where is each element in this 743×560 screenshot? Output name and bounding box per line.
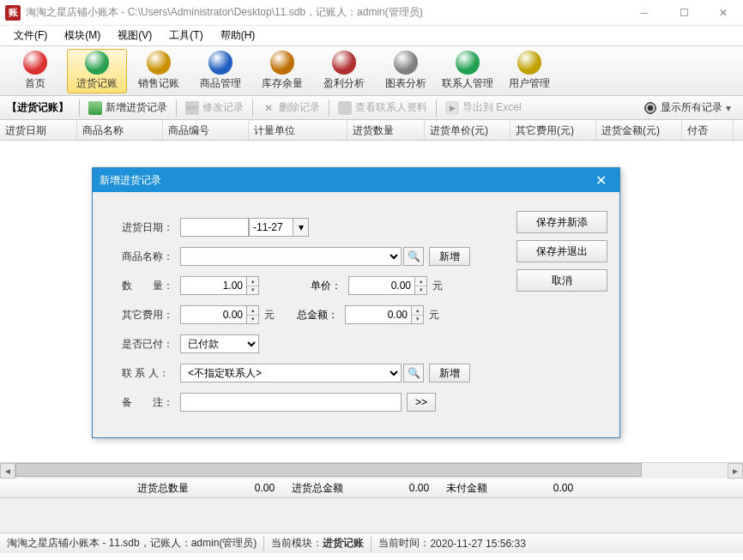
- home-icon: [23, 51, 47, 75]
- spin-down-icon[interactable]: ▾: [247, 286, 258, 295]
- other-fee-spinner[interactable]: ▴▾: [247, 305, 259, 324]
- notes-expand-button[interactable]: >>: [407, 393, 436, 412]
- toolbar-profit[interactable]: 盈利分析: [314, 49, 374, 93]
- grid-header: 进货日期商品名称商品编号计量单位进货数量进货单价(元)其它费用(元)进货金额(元…: [0, 120, 743, 141]
- price-unit: 元: [432, 279, 443, 293]
- menu-item-2[interactable]: 视图(V): [109, 27, 160, 45]
- product-search-button[interactable]: 🔍: [403, 247, 424, 266]
- column-header-4[interactable]: 进货数量: [347, 120, 425, 140]
- column-header-1[interactable]: 商品名称: [77, 120, 163, 140]
- notes-input[interactable]: [180, 393, 402, 412]
- total-label: 总金额：: [290, 308, 338, 322]
- toolbar-contact[interactable]: 联系人管理: [438, 49, 498, 93]
- other-fee-unit: 元: [264, 308, 275, 322]
- menu-item-0[interactable]: 文件(F): [5, 27, 56, 45]
- spin-up-icon[interactable]: ▴: [247, 306, 258, 316]
- statusbar: 淘淘之星店铺小账本 - 11.sdb，记账人：admin(管理员) 当前模块： …: [0, 533, 743, 553]
- price-input[interactable]: [348, 276, 415, 295]
- toolbar-home[interactable]: 首页: [5, 49, 65, 93]
- qty-spinner[interactable]: ▴▾: [247, 276, 259, 295]
- user-icon: [517, 51, 541, 75]
- product-label: 商品名称：: [122, 250, 180, 264]
- spin-down-icon[interactable]: ▾: [247, 316, 258, 324]
- column-header-7[interactable]: 进货金额(元): [596, 120, 682, 140]
- minimize-button[interactable]: ─: [625, 0, 664, 26]
- status-module-value: 进货记账: [323, 536, 364, 551]
- save-and-new-button[interactable]: 保存并新添: [516, 211, 607, 233]
- date-picker-button[interactable]: ▾: [293, 218, 309, 237]
- app-icon: 账: [5, 5, 21, 21]
- paid-select[interactable]: 已付款: [180, 334, 259, 353]
- contact-add-button[interactable]: 新增: [429, 364, 470, 382]
- purchase-icon: [85, 51, 109, 75]
- sub-action-1: EDIT修改记录: [180, 99, 249, 117]
- toolbar-product[interactable]: 商品管理: [190, 49, 251, 93]
- menu-item-1[interactable]: 模块(M): [56, 27, 109, 45]
- other-fee-input[interactable]: [180, 305, 247, 324]
- toolbar-label: 首页: [25, 76, 45, 91]
- show-all-records-button[interactable]: 显示所有记录 ▾: [638, 99, 736, 117]
- sub-action-0[interactable]: 新增进货记录: [83, 99, 172, 117]
- product-icon: [208, 51, 233, 75]
- horizontal-scrollbar[interactable]: ◂ ▸: [0, 462, 743, 478]
- column-header-5[interactable]: 进货单价(元): [425, 120, 510, 140]
- total-input[interactable]: [345, 305, 412, 324]
- toolbar-sales[interactable]: 销售记账: [129, 49, 189, 93]
- chevron-down-icon: ▾: [726, 102, 731, 114]
- unpaid-label: 未付金额: [446, 481, 487, 496]
- column-header-3[interactable]: 计量单位: [249, 120, 347, 140]
- toolbar-label: 用户管理: [509, 76, 550, 91]
- toolbar-chart[interactable]: 图表分析: [376, 49, 436, 93]
- menu-item-3[interactable]: 工具(T): [160, 27, 211, 45]
- qty-input[interactable]: [180, 276, 247, 295]
- column-header-2[interactable]: 商品编号: [163, 120, 249, 140]
- contact-select[interactable]: <不指定联系人>: [180, 364, 402, 382]
- spin-down-icon[interactable]: ▾: [415, 286, 426, 295]
- menubar: 文件(F)模块(M)视图(V)工具(T)帮助(H): [0, 26, 743, 46]
- edit-record-icon: EDIT: [185, 101, 199, 115]
- menu-item-4[interactable]: 帮助(H): [212, 27, 264, 45]
- save-and-exit-button[interactable]: 保存并退出: [516, 240, 607, 262]
- notes-label: 备 注：: [122, 395, 180, 410]
- toolbar-inventory[interactable]: 库存余量: [252, 49, 312, 93]
- total-spinner[interactable]: ▴▾: [412, 305, 424, 324]
- column-header-0[interactable]: 进货日期: [0, 120, 77, 140]
- scroll-thumb[interactable]: [15, 463, 642, 477]
- toolbar-purchase[interactable]: 进货记账: [67, 49, 127, 93]
- scroll-right-button[interactable]: ▸: [728, 463, 743, 479]
- cancel-button[interactable]: 取消: [516, 269, 607, 292]
- column-header-8[interactable]: 付否: [682, 120, 734, 140]
- date-rest-input[interactable]: [249, 218, 293, 237]
- toolbar-user[interactable]: 用户管理: [499, 49, 559, 93]
- dialog-titlebar[interactable]: 新增进货记录 ✕: [93, 168, 619, 192]
- unpaid-value: 0.00: [487, 482, 573, 494]
- contact-label: 联 系 人：: [122, 366, 180, 381]
- status-left: 淘淘之星店铺小账本 - 11.sdb，记账人：admin(管理员): [7, 536, 257, 551]
- dialog-close-button[interactable]: ✕: [589, 168, 613, 192]
- scroll-track[interactable]: [15, 463, 728, 479]
- product-add-button[interactable]: 新增: [429, 247, 470, 266]
- filler-area: [0, 498, 743, 533]
- sub-action-4: ▶导出到 Excel: [440, 99, 527, 117]
- spin-down-icon[interactable]: ▾: [412, 316, 423, 324]
- toolbar-label: 库存余量: [262, 76, 303, 91]
- spin-up-icon[interactable]: ▴: [247, 277, 258, 286]
- date-year-input[interactable]: [180, 218, 249, 237]
- column-header-6[interactable]: 其它费用(元): [510, 120, 596, 140]
- contact-search-button[interactable]: 🔍: [403, 364, 424, 382]
- total-amount-value: 0.00: [343, 482, 429, 494]
- product-select[interactable]: [180, 247, 402, 266]
- scroll-left-button[interactable]: ◂: [0, 463, 15, 479]
- sub-action-2: ✕删除记录: [257, 99, 325, 117]
- sub-toolbar: 【进货记账】 新增进货记录EDIT修改记录✕删除记录查看联系人资料▶导出到 Ex…: [0, 96, 743, 120]
- spin-up-icon[interactable]: ▴: [412, 306, 423, 316]
- spin-up-icon[interactable]: ▴: [415, 277, 426, 286]
- status-time-value: 2020-11-27 15:56:33: [430, 538, 525, 550]
- maximize-button[interactable]: ☐: [664, 0, 704, 26]
- close-button[interactable]: ✕: [704, 0, 743, 26]
- total-qty-label: 进货总数量: [137, 481, 189, 496]
- add-record-icon: [88, 101, 102, 115]
- main-toolbar: 首页进货记账销售记账商品管理库存余量盈利分析图表分析联系人管理用户管理: [0, 46, 743, 96]
- price-spinner[interactable]: ▴▾: [415, 276, 427, 295]
- export-excel-icon: ▶: [445, 101, 459, 115]
